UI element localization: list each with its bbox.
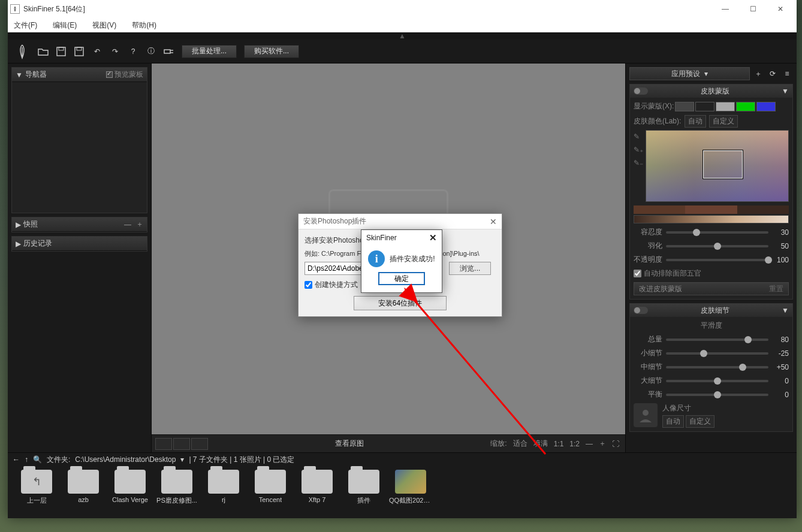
buy-button[interactable]: 购买软件... [244,45,299,58]
small-detail-slider[interactable] [666,352,768,355]
history-header[interactable]: ▶ 历史记录 [12,237,147,251]
ok-button[interactable]: 确定 [378,272,425,285]
svg-point-7 [643,410,649,416]
view-mode-split-h[interactable] [191,438,208,450]
zoom-fill[interactable]: 填满 [533,439,548,449]
create-shortcut-checkbox[interactable] [304,281,312,289]
path-dropdown-icon[interactable]: ▾ [180,455,184,464]
view-original-button[interactable]: 查看原图 [208,439,490,449]
thumb-folder[interactable]: Xftp 7 [299,470,335,515]
mask-swatch-blue[interactable] [756,102,776,111]
thumb-image[interactable]: QQ截图2024... [393,470,429,515]
balance-slider[interactable] [666,394,768,396]
mask-swatch-green[interactable] [736,102,755,111]
thumb-folder[interactable]: rj [206,470,242,515]
help-icon[interactable]: ? [128,46,138,57]
mid-detail-slider[interactable] [666,366,768,368]
zoom-fit[interactable]: 适合 [513,439,527,449]
mask-swatch-3[interactable] [716,102,735,111]
maximize-button[interactable]: ☐ [739,0,767,18]
thumb-folder[interactable]: azb [65,470,101,515]
skin-mask-header[interactable]: 皮肤蒙版 ▼ [630,84,792,98]
eyedropper-icon[interactable]: ✎ [634,132,643,142]
auto-exclude-checkbox[interactable] [634,270,641,277]
mask-swatch-2[interactable] [695,102,714,111]
redo-icon[interactable]: ↷ [110,46,120,57]
preset-refresh-icon[interactable]: ⟳ [767,68,779,80]
folder-path[interactable]: C:\Users\Administrator\Desktop [75,455,176,464]
lab-color-picker[interactable] [646,130,789,202]
menu-edit[interactable]: 编辑(E) [53,20,77,31]
preset-add-icon[interactable]: ＋ [752,68,764,80]
browse-button[interactable]: 浏览... [449,262,491,275]
success-close-icon[interactable]: ✕ [429,232,437,243]
save-icon[interactable] [56,46,67,57]
install-dialog-close-icon[interactable]: ✕ [490,217,497,226]
success-dialog-title: SkinFiner [366,234,397,242]
preview-mask-checkbox[interactable] [106,71,113,78]
breadcrumb: ← ↑ 🔍 文件夹: C:\Users\Administrator\Deskto… [8,453,797,466]
eyedropper-sub-icon[interactable]: ✎₋ [634,159,643,168]
improve-mask-button[interactable]: 改进皮肤蒙版重置 [634,282,789,295]
close-button[interactable]: ✕ [767,0,794,18]
install-64-button[interactable]: 安装64位插件 [354,296,447,310]
menu-view[interactable]: 视图(V) [92,20,116,31]
thumb-folder[interactable]: Clash Verge [112,470,148,515]
zoom-plus-icon[interactable]: ＋ [599,439,606,449]
navigator-header[interactable]: ▼ 导航器 预览蒙板 [12,68,147,82]
skin-detail-header[interactable]: 皮肤细节 ▼ [630,304,792,317]
right-sidebar: 应用预设 ▾ ＋ ⟳ ≡ 皮肤蒙版 ▼ 显示蒙版(X): [625,64,797,452]
zoom-minus-icon[interactable]: — [586,440,593,448]
swatch-strip[interactable] [634,205,789,214]
thumb-folder[interactable]: PS磨皮修图... [159,470,195,515]
tolerance-slider[interactable] [666,231,768,234]
skin-mask-toggle[interactable] [634,87,648,95]
fullscreen-icon[interactable]: ⛶ [612,440,619,448]
auto-button[interactable]: 自动 [685,115,706,128]
up-icon[interactable]: ↑ [25,455,28,464]
back-icon[interactable]: ← [13,455,20,464]
undo-icon[interactable]: ↶ [92,46,102,57]
open-icon[interactable] [38,46,49,57]
skin-tone-strip[interactable] [634,215,789,223]
zoom-label: 缩放: [490,439,506,449]
batch-button[interactable]: 批量处理... [182,45,237,58]
thumb-up[interactable]: 上一层 [19,470,55,515]
snapshot-minus-icon[interactable]: — [124,220,131,229]
app-logo-icon [10,4,20,14]
menu-help[interactable]: 帮助(H) [132,20,156,31]
success-dialog: SkinFiner ✕ i 插件安装成功! 确定 [361,229,442,293]
view-mode-split-v[interactable] [173,438,190,450]
preset-menu-icon[interactable]: ≡ [781,68,793,80]
zoom-11[interactable]: 1:1 [554,440,564,448]
custom-button[interactable]: 自定义 [709,115,738,128]
info-icon[interactable]: ⓘ [146,46,156,57]
preset-dropdown[interactable]: 应用预设 ▾ [629,67,750,80]
mask-swatch-1[interactable] [675,102,694,111]
zoom-12[interactable]: 1:2 [569,440,580,448]
plugin-icon[interactable] [164,46,174,57]
portrait-size-label: 人像尺寸 [662,403,714,413]
minimize-button[interactable]: — [711,0,739,18]
portrait-custom[interactable]: 自定义 [686,415,714,428]
collapse-top-strip[interactable]: ▲ [8,32,797,40]
menu-file[interactable]: 文件(F) [14,20,37,31]
thumb-folder[interactable]: 插件 [346,470,382,515]
large-detail-slider[interactable] [666,380,768,382]
skin-color-label: 皮肤颜色(Lab): [634,117,681,125]
feather-slider[interactable] [666,245,768,247]
view-mode-single[interactable] [155,438,172,450]
amount-slider[interactable] [666,338,768,341]
success-message: 插件安装成功! [390,254,435,264]
opacity-slider[interactable] [666,259,768,261]
color-selection[interactable] [703,150,743,179]
avatar-icon [634,403,658,427]
search-icon[interactable]: 🔍 [33,455,42,464]
skin-detail-toggle[interactable] [634,307,648,314]
eyedropper-add-icon[interactable]: ✎₊ [634,146,643,155]
thumb-folder[interactable]: Tencent [252,470,288,515]
snapshot-plus-icon[interactable]: ＋ [136,219,143,229]
saveas-icon[interactable] [74,46,85,57]
snapshot-header[interactable]: ▶ 快照 — ＋ [12,217,147,232]
portrait-auto[interactable]: 自动 [662,415,684,428]
